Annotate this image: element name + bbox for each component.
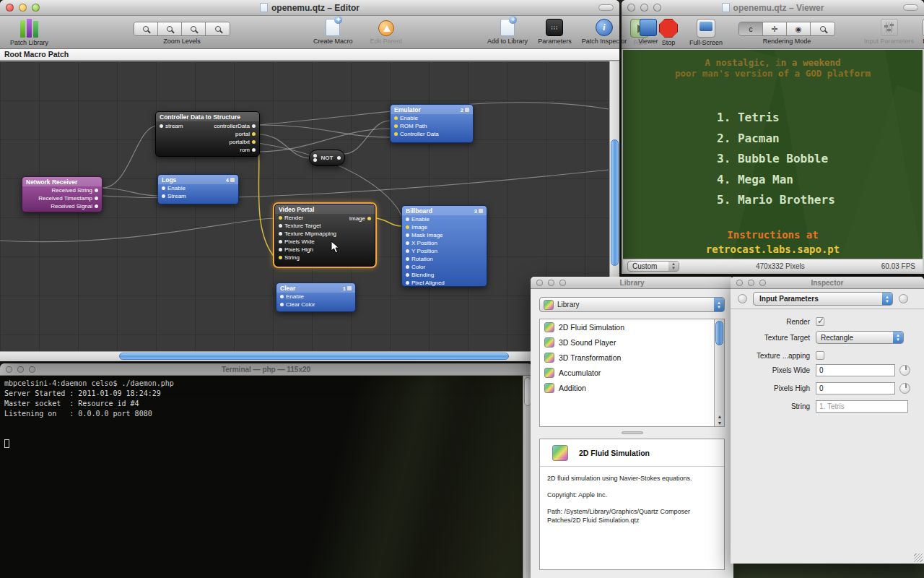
- editor-titlebar[interactable]: openemu.qtz – Editor: [0, 0, 619, 16]
- input-port[interactable]: Enable: [402, 215, 487, 223]
- vertical-scroll-thumb[interactable]: [611, 139, 619, 266]
- port-dot[interactable]: [279, 216, 282, 220]
- patch-node-emulator[interactable]: Emulator2 EnableROM PathController Data: [390, 104, 474, 143]
- full-screen-button[interactable]: Full-Screen: [689, 16, 723, 46]
- port-dot[interactable]: [279, 256, 282, 259]
- port-dot[interactable]: [279, 232, 282, 236]
- render-checkbox[interactable]: [816, 317, 824, 326]
- port-dot[interactable]: [252, 140, 256, 144]
- input-port[interactable]: Enable: [276, 293, 355, 301]
- input-port[interactable]: Image: [402, 223, 487, 231]
- input-port[interactable]: Y Position: [402, 247, 487, 255]
- port-dot[interactable]: [95, 197, 98, 200]
- input-port[interactable]: Rotation: [402, 255, 487, 263]
- pixels-high-dial[interactable]: [899, 383, 910, 394]
- scroll-arrows[interactable]: ▲▼: [715, 413, 725, 426]
- previous-pane-button[interactable]: [738, 294, 747, 303]
- port-dot[interactable]: [394, 132, 398, 136]
- library-scroll-thumb[interactable]: [715, 321, 723, 345]
- port-dot[interactable]: [394, 116, 398, 120]
- port-dot[interactable]: [406, 225, 409, 229]
- port-dot[interactable]: [406, 249, 409, 253]
- library-titlebar[interactable]: Library: [531, 277, 733, 289]
- viewer-titlebar[interactable]: openemu.qtz – Viewer: [622, 0, 924, 16]
- port-dot[interactable]: [252, 132, 256, 136]
- port-dot[interactable]: [406, 233, 409, 237]
- input-port[interactable]: Blending: [402, 271, 487, 279]
- input-port[interactable]: Texture Mipmapping: [275, 230, 375, 238]
- zoom-in-button[interactable]: [206, 22, 230, 35]
- port-dot[interactable]: [406, 265, 409, 269]
- input-port[interactable]: Enable: [158, 184, 238, 192]
- toolbar-toggle-button[interactable]: [598, 4, 614, 11]
- resize-grip[interactable]: [914, 553, 923, 562]
- horizontal-scroll-thumb[interactable]: [119, 353, 509, 360]
- port-dot[interactable]: [406, 217, 409, 221]
- patch-list-item[interactable]: Accumulator: [540, 365, 724, 380]
- texture-target-popup[interactable]: Rectangle ▲▼: [816, 331, 904, 344]
- patch-list-item[interactable]: 3D Sound Player: [540, 335, 724, 350]
- port-dot[interactable]: [280, 295, 284, 298]
- string-input[interactable]: 1. Tetris: [816, 400, 908, 413]
- input-port[interactable]: stream: [156, 122, 186, 130]
- port-dot[interactable]: [406, 241, 409, 245]
- terminal-content[interactable]: mbpcelsini-4:daemon celso$ ./daemon.phpS…: [0, 376, 532, 578]
- port-dot[interactable]: [337, 156, 341, 160]
- patch-inspector-button[interactable]: i Patch Inspector: [582, 16, 627, 45]
- patch-list-item[interactable]: Addition: [540, 380, 724, 395]
- input-port[interactable]: Color: [402, 263, 487, 271]
- patch-node-clear[interactable]: Clear1 EnableClear Color: [276, 282, 356, 312]
- output-port[interactable]: Received Signal: [22, 202, 102, 210]
- resolution-preset-popup[interactable]: Custom ▲▼: [627, 261, 679, 272]
- next-pane-button[interactable]: [899, 294, 908, 303]
- output-port[interactable]: Image: [346, 215, 375, 223]
- port-dot[interactable]: [160, 124, 163, 128]
- rendering-mode-normal-button[interactable]: c: [739, 22, 763, 35]
- output-port[interactable]: Received String: [22, 186, 102, 194]
- output-port[interactable]: portaltxt: [187, 138, 259, 146]
- library-scrollbar[interactable]: ▲▼: [714, 319, 724, 426]
- input-port[interactable]: Pixels High: [275, 246, 375, 254]
- patch-node-not[interactable]: NOT: [309, 150, 345, 166]
- toolbar-toggle-button[interactable]: [903, 4, 918, 11]
- input-port[interactable]: Clear Color: [276, 301, 355, 309]
- viewer-button[interactable]: Viewer: [638, 16, 658, 45]
- port-dot[interactable]: [279, 248, 282, 251]
- input-port[interactable]: Enable: [391, 114, 473, 122]
- port-dot[interactable]: [406, 273, 409, 277]
- input-port[interactable]: String: [275, 254, 375, 262]
- output-port[interactable]: Received Timestamp: [22, 194, 102, 202]
- input-port[interactable]: Controller Data: [391, 130, 473, 138]
- input-parameters-button[interactable]: Input Parameters: [864, 16, 914, 45]
- patch-node-logs[interactable]: Logs4 EnableStream: [157, 174, 239, 204]
- stop-button[interactable]: Stop: [659, 16, 678, 46]
- port-dot[interactable]: [280, 303, 284, 306]
- pixels-high-input[interactable]: 0: [816, 382, 895, 394]
- patch-node-network-receiver[interactable]: Network Receiver Received StringReceived…: [22, 176, 103, 212]
- port-dot[interactable]: [162, 194, 165, 198]
- parameters-button[interactable]: ⁞⁞⁞ Parameters: [538, 16, 572, 45]
- input-port[interactable]: ROM Path: [391, 122, 473, 130]
- library-source-popup[interactable]: Library ▲▼: [539, 297, 725, 312]
- input-port[interactable]: Pixel Aligned: [402, 279, 487, 287]
- input-port[interactable]: Stream: [158, 192, 238, 200]
- texture-mapping-checkbox[interactable]: [816, 351, 824, 360]
- port-dot[interactable]: [95, 189, 98, 192]
- canvas-horizontal-scrollbar[interactable]: [0, 351, 609, 361]
- port-dot[interactable]: [406, 257, 409, 261]
- patch-node-controller-data-to-structure[interactable]: Controller Data to Structure stream cont…: [155, 111, 260, 157]
- port-dot[interactable]: [252, 148, 256, 152]
- port-dot[interactable]: [162, 186, 165, 190]
- port-dot[interactable]: [394, 124, 398, 128]
- port-dot[interactable]: [367, 217, 371, 220]
- terminal-titlebar[interactable]: Terminal — php — 115x20: [0, 363, 532, 376]
- input-port[interactable]: Mask Image: [402, 231, 487, 239]
- patch-canvas[interactable]: Controller Data to Structure stream cont…: [0, 61, 609, 351]
- port-dot[interactable]: [279, 224, 282, 228]
- patch-node-video-portal[interactable]: Video Portal RenderTexture TargetTexture…: [274, 204, 375, 267]
- input-port[interactable]: X Position: [402, 239, 487, 247]
- port-dot[interactable]: [406, 281, 409, 285]
- pixels-wide-input[interactable]: 0: [816, 364, 895, 376]
- library-splitter-handle[interactable]: [539, 430, 725, 436]
- patch-node-billboard[interactable]: Billboard3 EnableImageMask ImageX Positi…: [401, 205, 487, 287]
